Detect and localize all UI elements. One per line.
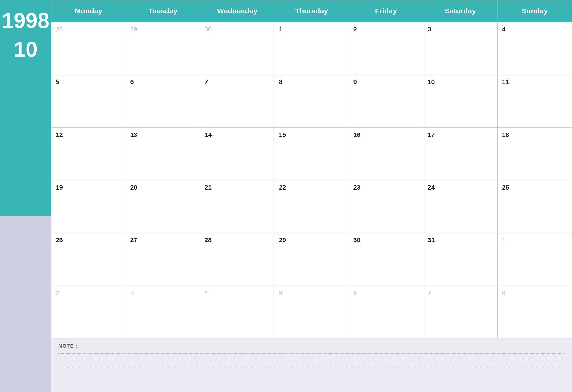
day-cell[interactable]: 2 — [51, 286, 126, 338]
day-number: 8 — [279, 78, 344, 86]
day-number: 23 — [353, 184, 419, 191]
day-number: 1 — [502, 236, 567, 244]
day-cell[interactable]: 25 — [498, 180, 572, 233]
day-cell[interactable]: 4 — [200, 286, 274, 338]
day-number: 13 — [130, 131, 195, 139]
day-number: 2 — [353, 26, 419, 33]
day-number: 7 — [205, 78, 270, 86]
day-cell[interactable]: 13 — [126, 128, 200, 180]
day-number: 1 — [279, 26, 344, 33]
day-cell[interactable]: 2 — [349, 22, 423, 75]
day-number: 29 — [279, 236, 344, 244]
day-cell[interactable]: 5 — [274, 286, 349, 338]
day-number: 4 — [502, 26, 567, 33]
day-header-monday: Monday — [51, 0, 126, 22]
day-cell[interactable]: 9 — [349, 75, 423, 127]
day-header-saturday: Saturday — [423, 0, 498, 22]
day-cell[interactable]: 28 — [200, 233, 274, 285]
day-cell[interactable]: 18 — [498, 128, 572, 180]
day-cell[interactable]: 23 — [349, 180, 423, 233]
day-number: 18 — [502, 131, 567, 139]
day-number: 5 — [279, 289, 344, 297]
day-number: 27 — [130, 236, 195, 244]
day-cell[interactable]: 8 — [274, 75, 349, 127]
day-number: 31 — [428, 236, 493, 244]
month-number-label: 10 — [14, 38, 37, 60]
day-number: 17 — [428, 131, 493, 139]
day-cell[interactable]: 16 — [349, 128, 423, 180]
day-cell[interactable]: 11 — [498, 75, 572, 127]
day-number: 10 — [428, 78, 493, 86]
day-cell[interactable]: 5 — [51, 75, 126, 127]
day-number: 8 — [502, 289, 567, 297]
day-number: 6 — [130, 78, 195, 86]
day-number: 16 — [353, 131, 419, 139]
day-cell[interactable]: 28 — [51, 22, 126, 75]
day-number: 15 — [279, 131, 344, 139]
day-cell[interactable]: 21 — [200, 180, 274, 233]
day-cell[interactable]: 3 — [126, 286, 200, 338]
day-cell[interactable]: 6 — [126, 75, 200, 127]
note-line-3 — [59, 362, 565, 363]
day-cell[interactable]: 31 — [423, 233, 498, 285]
day-cell[interactable]: 3 — [423, 22, 498, 75]
day-cell[interactable]: 1 — [274, 22, 349, 75]
notes-section: NOTE : — [51, 338, 572, 392]
day-number: 6 — [353, 289, 419, 297]
day-cell[interactable]: 19 — [51, 180, 126, 233]
day-cell[interactable]: 27 — [126, 233, 200, 285]
day-number: 14 — [205, 131, 270, 139]
note-line-4 — [59, 367, 565, 367]
month-name-label: October — [0, 75, 53, 91]
day-number: 21 — [205, 184, 270, 191]
day-number: 28 — [56, 26, 121, 33]
day-cell[interactable]: 20 — [126, 180, 200, 233]
day-number: 3 — [428, 26, 493, 33]
day-number: 19 — [56, 184, 121, 191]
day-number: 26 — [56, 236, 121, 244]
day-cell[interactable]: 7 — [200, 75, 274, 127]
day-header-wednesday: Wednesday — [200, 0, 274, 22]
day-cell[interactable]: 29 — [126, 22, 200, 75]
day-cell[interactable]: 29 — [274, 233, 349, 285]
day-number: 28 — [205, 236, 270, 244]
day-cell[interactable]: 8 — [498, 286, 572, 338]
day-cell[interactable]: 30 — [200, 22, 274, 75]
day-cell[interactable]: 1 — [498, 233, 572, 285]
day-number: 3 — [130, 289, 195, 297]
day-cell[interactable]: 24 — [423, 180, 498, 233]
day-number: 24 — [428, 184, 493, 191]
year-label: 1998 — [2, 10, 49, 31]
sidebar: 1998 10 October — [0, 0, 51, 392]
day-header-tuesday: Tuesday — [126, 0, 200, 22]
day-cell[interactable]: 7 — [423, 286, 498, 338]
day-number: 22 — [279, 184, 344, 191]
note-label: NOTE : — [59, 343, 565, 349]
calendar-grid: MondayTuesdayWednesdayThursdayFridaySatu… — [51, 0, 572, 338]
day-cell[interactable]: 4 — [498, 22, 572, 75]
day-number: 20 — [130, 184, 195, 191]
day-cell[interactable]: 30 — [349, 233, 423, 285]
day-cell[interactable]: 22 — [274, 180, 349, 233]
note-line-1 — [59, 353, 565, 354]
day-cell[interactable]: 6 — [349, 286, 423, 338]
day-number: 30 — [205, 26, 270, 33]
day-cell[interactable]: 10 — [423, 75, 498, 127]
day-header-sunday: Sunday — [498, 0, 572, 22]
day-number: 4 — [205, 289, 270, 297]
day-number: 25 — [502, 184, 567, 191]
day-number: 29 — [130, 26, 195, 33]
day-cell[interactable]: 15 — [274, 128, 349, 180]
day-number: 11 — [502, 78, 567, 86]
day-header-friday: Friday — [349, 0, 423, 22]
calendar-area: MondayTuesdayWednesdayThursdayFridaySatu… — [51, 0, 572, 392]
day-cell[interactable]: 14 — [200, 128, 274, 180]
day-cell[interactable]: 17 — [423, 128, 498, 180]
day-number: 7 — [428, 289, 493, 297]
day-header-thursday: Thursday — [274, 0, 349, 22]
day-cell[interactable]: 12 — [51, 128, 126, 180]
day-number: 30 — [353, 236, 419, 244]
day-cell[interactable]: 26 — [51, 233, 126, 285]
note-line-2 — [59, 358, 565, 358]
day-number: 2 — [56, 289, 121, 297]
